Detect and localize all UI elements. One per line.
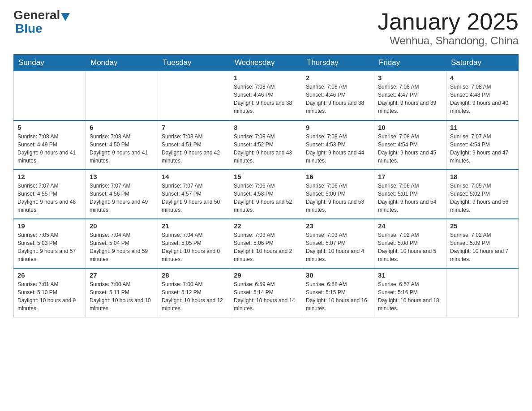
calendar-cell: 17Sunrise: 7:06 AMSunset: 5:01 PMDayligh… <box>374 170 446 219</box>
day-number: 24 <box>378 222 442 230</box>
day-number: 12 <box>17 173 82 180</box>
day-info: Sunrise: 7:02 AMSunset: 5:08 PMDaylight:… <box>378 231 442 263</box>
calendar-cell: 9Sunrise: 7:08 AMSunset: 4:53 PMDaylight… <box>302 120 374 170</box>
calendar-cell: 24Sunrise: 7:02 AMSunset: 5:08 PMDayligh… <box>374 219 446 268</box>
calendar-cell: 18Sunrise: 7:05 AMSunset: 5:02 PMDayligh… <box>446 170 519 219</box>
day-info: Sunrise: 7:00 AMSunset: 5:11 PMDaylight:… <box>90 280 154 313</box>
day-number: 9 <box>306 124 370 131</box>
calendar-week-1: 1Sunrise: 7:08 AMSunset: 4:46 PMDaylight… <box>14 71 519 120</box>
day-info: Sunrise: 7:04 AMSunset: 5:04 PMDaylight:… <box>90 231 154 263</box>
month-title: January 2025 <box>378 9 519 34</box>
page-header: General Blue January 2025 Wenhua, Shando… <box>13 9 519 47</box>
calendar-header-friday: Friday <box>374 55 446 71</box>
calendar-cell: 22Sunrise: 7:03 AMSunset: 5:06 PMDayligh… <box>230 219 302 268</box>
calendar-header-thursday: Thursday <box>302 55 374 71</box>
calendar-table: SundayMondayTuesdayWednesdayThursdayFrid… <box>13 54 519 317</box>
calendar-cell: 10Sunrise: 7:08 AMSunset: 4:54 PMDayligh… <box>374 120 446 170</box>
calendar-cell: 28Sunrise: 7:00 AMSunset: 5:12 PMDayligh… <box>158 268 230 317</box>
calendar-cell <box>14 71 86 120</box>
calendar-cell: 11Sunrise: 7:07 AMSunset: 4:54 PMDayligh… <box>446 120 519 170</box>
day-number: 31 <box>378 271 442 279</box>
day-info: Sunrise: 6:57 AMSunset: 5:16 PMDaylight:… <box>378 280 442 313</box>
day-number: 29 <box>234 271 298 279</box>
day-info: Sunrise: 7:06 AMSunset: 4:58 PMDaylight:… <box>234 182 298 214</box>
day-info: Sunrise: 7:08 AMSunset: 4:46 PMDaylight:… <box>234 83 298 115</box>
day-info: Sunrise: 7:03 AMSunset: 5:06 PMDaylight:… <box>234 231 298 263</box>
day-info: Sunrise: 7:08 AMSunset: 4:53 PMDaylight:… <box>306 133 370 165</box>
day-number: 25 <box>450 222 515 230</box>
day-number: 3 <box>378 74 442 81</box>
day-number: 10 <box>378 124 442 131</box>
day-number: 17 <box>378 173 442 180</box>
calendar-cell: 19Sunrise: 7:05 AMSunset: 5:03 PMDayligh… <box>14 219 86 268</box>
day-number: 30 <box>306 271 370 279</box>
calendar-cell: 29Sunrise: 6:59 AMSunset: 5:14 PMDayligh… <box>230 268 302 317</box>
day-number: 19 <box>17 222 82 230</box>
day-info: Sunrise: 6:59 AMSunset: 5:14 PMDaylight:… <box>234 280 298 313</box>
calendar-cell: 4Sunrise: 7:08 AMSunset: 4:48 PMDaylight… <box>446 71 519 120</box>
calendar-cell: 20Sunrise: 7:04 AMSunset: 5:04 PMDayligh… <box>86 219 158 268</box>
day-info: Sunrise: 7:04 AMSunset: 5:05 PMDaylight:… <box>162 231 226 263</box>
calendar-cell: 3Sunrise: 7:08 AMSunset: 4:47 PMDaylight… <box>374 71 446 120</box>
calendar-cell: 12Sunrise: 7:07 AMSunset: 4:55 PMDayligh… <box>14 170 86 219</box>
day-info: Sunrise: 7:01 AMSunset: 5:10 PMDaylight:… <box>17 280 82 313</box>
day-info: Sunrise: 7:07 AMSunset: 4:57 PMDaylight:… <box>162 182 226 214</box>
calendar-cell: 1Sunrise: 7:08 AMSunset: 4:46 PMDaylight… <box>230 71 302 120</box>
day-info: Sunrise: 7:00 AMSunset: 5:12 PMDaylight:… <box>162 280 226 313</box>
calendar-header-monday: Monday <box>86 55 158 71</box>
day-number: 16 <box>306 173 370 180</box>
day-number: 27 <box>90 271 154 279</box>
calendar-cell: 30Sunrise: 6:58 AMSunset: 5:15 PMDayligh… <box>302 268 374 317</box>
calendar-cell: 5Sunrise: 7:08 AMSunset: 4:49 PMDaylight… <box>14 120 86 170</box>
day-info: Sunrise: 7:08 AMSunset: 4:51 PMDaylight:… <box>162 133 226 165</box>
calendar-header-wednesday: Wednesday <box>230 55 302 71</box>
day-number: 13 <box>90 173 154 180</box>
calendar-cell: 23Sunrise: 7:03 AMSunset: 5:07 PMDayligh… <box>302 219 374 268</box>
day-number: 22 <box>234 222 298 230</box>
calendar-week-4: 19Sunrise: 7:05 AMSunset: 5:03 PMDayligh… <box>14 219 519 268</box>
calendar-cell <box>446 268 519 317</box>
day-info: Sunrise: 7:08 AMSunset: 4:54 PMDaylight:… <box>378 133 442 165</box>
calendar-cell: 16Sunrise: 7:06 AMSunset: 5:00 PMDayligh… <box>302 170 374 219</box>
day-number: 11 <box>450 124 515 131</box>
logo: General Blue <box>13 9 71 36</box>
calendar-cell: 7Sunrise: 7:08 AMSunset: 4:51 PMDaylight… <box>158 120 230 170</box>
calendar-cell: 26Sunrise: 7:01 AMSunset: 5:10 PMDayligh… <box>14 268 86 317</box>
calendar-cell: 8Sunrise: 7:08 AMSunset: 4:52 PMDaylight… <box>230 120 302 170</box>
calendar-header-saturday: Saturday <box>446 55 519 71</box>
day-info: Sunrise: 6:58 AMSunset: 5:15 PMDaylight:… <box>306 280 370 313</box>
day-info: Sunrise: 7:08 AMSunset: 4:47 PMDaylight:… <box>378 83 442 115</box>
logo-general-text: General <box>13 9 60 21</box>
day-info: Sunrise: 7:08 AMSunset: 4:52 PMDaylight:… <box>234 133 298 165</box>
calendar-cell: 14Sunrise: 7:07 AMSunset: 4:57 PMDayligh… <box>158 170 230 219</box>
calendar-header-row: SundayMondayTuesdayWednesdayThursdayFrid… <box>14 55 519 71</box>
day-number: 14 <box>162 173 226 180</box>
calendar-header-tuesday: Tuesday <box>158 55 230 71</box>
day-info: Sunrise: 7:06 AMSunset: 5:00 PMDaylight:… <box>306 182 370 214</box>
calendar-cell <box>86 71 158 120</box>
calendar-cell: 2Sunrise: 7:08 AMSunset: 4:46 PMDaylight… <box>302 71 374 120</box>
day-info: Sunrise: 7:05 AMSunset: 5:02 PMDaylight:… <box>450 182 515 214</box>
title-section: January 2025 Wenhua, Shandong, China <box>378 9 519 47</box>
calendar-header-sunday: Sunday <box>14 55 86 71</box>
calendar-cell: 27Sunrise: 7:00 AMSunset: 5:11 PMDayligh… <box>86 268 158 317</box>
day-info: Sunrise: 7:05 AMSunset: 5:03 PMDaylight:… <box>17 231 82 263</box>
calendar-week-5: 26Sunrise: 7:01 AMSunset: 5:10 PMDayligh… <box>14 268 519 317</box>
day-number: 26 <box>17 271 82 279</box>
day-number: 2 <box>306 74 370 81</box>
day-info: Sunrise: 7:08 AMSunset: 4:48 PMDaylight:… <box>450 83 515 115</box>
day-info: Sunrise: 7:03 AMSunset: 5:07 PMDaylight:… <box>306 231 370 263</box>
day-info: Sunrise: 7:07 AMSunset: 4:55 PMDaylight:… <box>17 182 82 214</box>
calendar-cell: 15Sunrise: 7:06 AMSunset: 4:58 PMDayligh… <box>230 170 302 219</box>
day-number: 1 <box>234 74 298 81</box>
calendar-week-3: 12Sunrise: 7:07 AMSunset: 4:55 PMDayligh… <box>14 170 519 219</box>
day-number: 28 <box>162 271 226 279</box>
day-number: 18 <box>450 173 515 180</box>
day-number: 23 <box>306 222 370 230</box>
day-info: Sunrise: 7:06 AMSunset: 5:01 PMDaylight:… <box>378 182 442 214</box>
calendar-cell: 25Sunrise: 7:02 AMSunset: 5:09 PMDayligh… <box>446 219 519 268</box>
location-title: Wenhua, Shandong, China <box>378 34 519 47</box>
day-info: Sunrise: 7:07 AMSunset: 4:56 PMDaylight:… <box>90 182 154 214</box>
day-info: Sunrise: 7:08 AMSunset: 4:50 PMDaylight:… <box>90 133 154 165</box>
day-info: Sunrise: 7:02 AMSunset: 5:09 PMDaylight:… <box>450 231 515 263</box>
